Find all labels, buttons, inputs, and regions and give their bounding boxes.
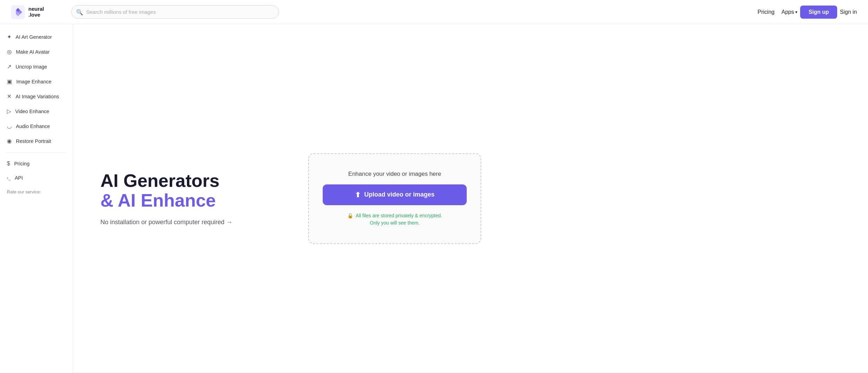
signup-button[interactable]: Sign up xyxy=(800,6,837,19)
main-inner: AI Generators & AI Enhance No installati… xyxy=(73,24,868,373)
upload-privacy-line2: Only you will see them. xyxy=(370,220,420,226)
upload-button-label: Upload video or images xyxy=(364,191,435,198)
logo-text: neural .love xyxy=(28,6,44,18)
upload-icon: ⬆ xyxy=(355,191,361,199)
header: neural .love 🔍 Pricing Apps ▾ Sign up Si… xyxy=(0,0,868,24)
upload-privacy-line1: All files are stored privately & encrypt… xyxy=(356,213,442,218)
sidebar-item-label: AI Art Generator xyxy=(16,34,52,40)
sidebar-item-label: Pricing xyxy=(14,161,29,166)
image-enhance-icon: ▣ xyxy=(7,78,12,85)
logo-neural: neural xyxy=(28,6,44,12)
body-layout: ✦ AI Art Generator ◎ Make AI Avatar ↗ Un… xyxy=(0,24,868,373)
sidebar-item-label: AI Image Variations xyxy=(16,94,59,99)
sidebar-item-pricing[interactable]: $ Pricing xyxy=(0,157,72,171)
sidebar-item-make-ai-avatar[interactable]: ◎ Make AI Avatar xyxy=(0,45,72,59)
search-bar: 🔍 xyxy=(71,5,279,19)
upload-button[interactable]: ⬆ Upload video or images xyxy=(323,184,467,205)
sidebar-divider xyxy=(6,152,67,153)
sidebar-item-audio-enhance[interactable]: ◡ Audio Enhance xyxy=(0,119,72,133)
sidebar-item-api[interactable]: ›_ API xyxy=(0,171,72,184)
pricing-nav-link[interactable]: Pricing xyxy=(753,7,779,17)
sidebar-item-ai-art-generator[interactable]: ✦ AI Art Generator xyxy=(0,30,72,44)
logo-icon xyxy=(11,5,25,19)
sidebar-item-label: Make AI Avatar xyxy=(16,49,50,55)
apps-chevron-icon: ▾ xyxy=(795,10,797,15)
upload-privacy-text: 🔒 All files are stored privately & encry… xyxy=(347,212,442,227)
sidebar-rate-label: Rate our service: xyxy=(0,185,72,199)
sidebar: ✦ AI Art Generator ◎ Make AI Avatar ↗ Un… xyxy=(0,24,73,373)
logo-love: .love xyxy=(28,12,44,18)
sidebar-item-label: Video Enhance xyxy=(15,109,49,114)
hero-subtitle: No installation or powerful computer req… xyxy=(100,219,280,226)
header-nav: Pricing Apps ▾ Sign up Sign in xyxy=(753,6,857,19)
uncrop-icon: ↗ xyxy=(7,63,11,70)
upload-box: Enhance your video or images here ⬆ Uplo… xyxy=(308,153,481,244)
sidebar-item-video-enhance[interactable]: ▷ Video Enhance xyxy=(0,104,72,118)
main-area: AI Generators & AI Enhance No installati… xyxy=(73,24,868,373)
hero-text: AI Generators & AI Enhance No installati… xyxy=(100,171,280,226)
apps-nav-label: Apps xyxy=(781,9,794,15)
sidebar-item-label: Image Enhance xyxy=(16,79,52,84)
hero-title-line1: AI Generators xyxy=(100,171,280,191)
apps-nav-button[interactable]: Apps ▾ xyxy=(781,9,797,15)
api-icon: ›_ xyxy=(7,175,11,180)
video-enhance-icon: ▷ xyxy=(7,108,11,115)
sidebar-item-ai-image-variations[interactable]: ✕ AI Image Variations xyxy=(0,89,72,103)
upload-box-label: Enhance your video or images here xyxy=(348,171,441,178)
pricing-icon: $ xyxy=(7,161,10,167)
art-generator-icon: ✦ xyxy=(7,34,11,40)
audio-enhance-icon: ◡ xyxy=(7,123,12,129)
signin-button[interactable]: Sign in xyxy=(840,9,857,15)
sidebar-item-label: Audio Enhance xyxy=(16,124,50,129)
sidebar-item-label: Uncrop Image xyxy=(16,64,47,70)
lock-icon: 🔒 xyxy=(347,213,353,218)
logo[interactable]: neural .love xyxy=(11,5,63,19)
restore-portrait-icon: ◉ xyxy=(7,138,12,144)
sidebar-item-label: Restore Portrait xyxy=(16,138,51,144)
image-variations-icon: ✕ xyxy=(7,93,11,100)
sidebar-item-uncrop-image[interactable]: ↗ Uncrop Image xyxy=(0,60,72,74)
sidebar-item-restore-portrait[interactable]: ◉ Restore Portrait xyxy=(0,134,72,148)
sidebar-item-image-enhance[interactable]: ▣ Image Enhance xyxy=(0,74,72,89)
hero-title-line2: & AI Enhance xyxy=(100,191,280,210)
search-icon: 🔍 xyxy=(76,9,83,15)
search-input[interactable] xyxy=(71,5,279,19)
sidebar-item-label: API xyxy=(15,175,23,181)
avatar-icon: ◎ xyxy=(7,48,12,55)
